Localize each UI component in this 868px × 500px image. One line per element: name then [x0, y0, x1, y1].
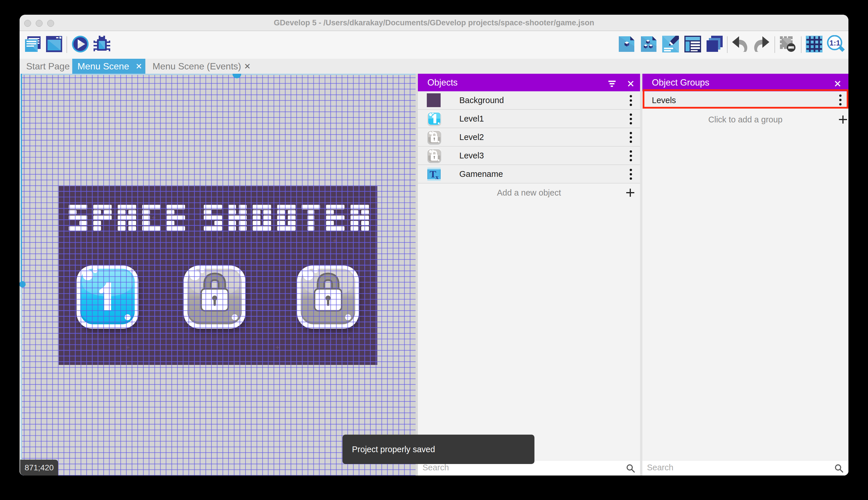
svg-text:1:1: 1:1	[830, 38, 840, 47]
svg-text:x: x	[435, 173, 438, 181]
